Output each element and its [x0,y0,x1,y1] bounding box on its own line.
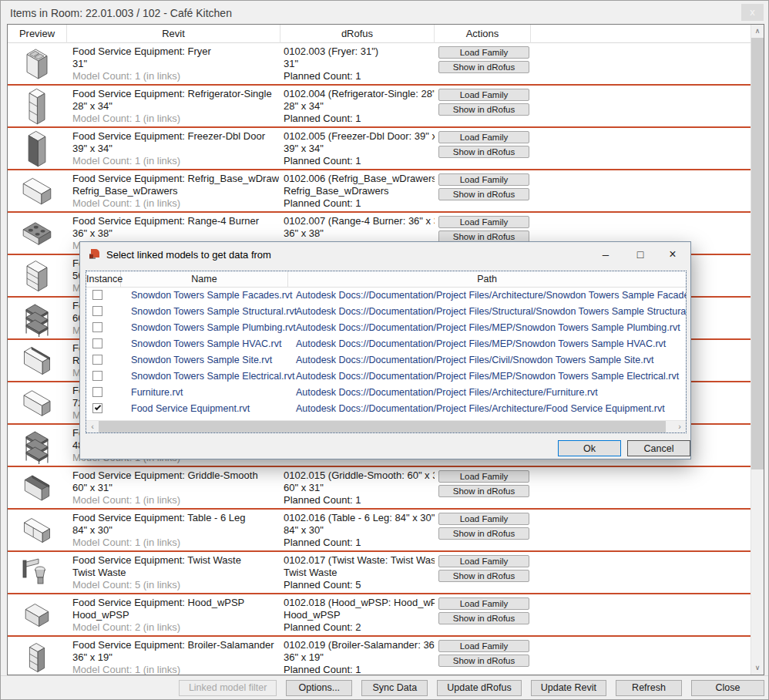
drawer-cabinet-preview [12,257,62,294]
model-name: Snowdon Towers Sample Site.rvt [131,355,272,365]
model-name: Snowdon Towers Sample HVAC.rvt [131,338,281,349]
load-family-button[interactable]: Load Family [438,131,529,143]
close-icon[interactable]: × [661,245,684,264]
show-in-drofus-button[interactable]: Show in dRofus [438,103,529,116]
instance-checkbox[interactable] [92,403,102,413]
load-family-button[interactable]: Load Family [438,513,529,525]
load-family-button[interactable]: Load Family [438,89,529,101]
cancel-button[interactable]: Cancel [627,440,690,456]
load-family-button[interactable]: Load Family [438,173,529,186]
drofus-planned-count: Planned Count: 1 [284,537,435,549]
drofus-cell: 0102.019 (Broiler-Salamander: 36" x 36" … [284,639,435,675]
sync-data-button[interactable]: Sync Data [361,680,428,696]
model-path: Autodesk Docs://Documentation/Project Fi… [296,322,680,333]
ok-button[interactable]: Ok [558,440,621,456]
options--button[interactable]: Options... [286,680,352,696]
show-in-drofus-button[interactable]: Show in dRofus [438,146,529,158]
revit-cell: Food Service Equipment: Griddle-Smooth 6… [72,469,279,506]
model-path: Autodesk Docs://Documentation/Project Fi… [296,371,679,382]
show-in-drofus-button[interactable]: Show in dRofus [438,655,529,667]
load-family-button[interactable]: Load Family [438,597,529,610]
actions-cell: Load Family Show in dRofus [438,89,529,118]
refresh-button[interactable]: Refresh [616,680,682,696]
drofus-cell: 0102.015 (Griddle-Smooth: 60" x 31 60" x… [284,469,435,506]
window-titlebar: Items in Room: 22.01.003 / 102 - Café Ki… [1,1,768,24]
linked-model-row: Snowdon Towers Sample Plumbing.rvt Autod… [86,320,686,336]
scrollbar-thumb[interactable] [751,38,764,469]
table-row: Food Service Equipment: Table - 6 Leg 84… [8,510,751,552]
drofus-item-size: 39" x 34" [284,143,435,155]
show-in-drofus-button[interactable]: Show in dRofus [438,485,529,497]
scroll-right-icon[interactable]: › [673,421,686,433]
column-header-actions: Actions [435,25,531,43]
checkmark-icon [95,404,101,410]
table-row: Food Service Equipment: Refrig_Base_wDra… [8,170,751,213]
drofus-item-id: 0102.017 (Twist Waste: Twist Waste) [284,554,435,567]
drofus-item-id: 0102.015 (Griddle-Smooth: 60" x 31 [284,469,435,482]
column-header-instance: Instance [86,271,121,288]
instance-checkbox[interactable] [92,338,102,348]
model-path: Autodesk Docs://Documentation/Project Fi… [296,338,666,349]
load-family-button[interactable]: Load Family [438,216,529,228]
broiler-preview [12,639,62,675]
instance-checkbox[interactable] [92,387,102,397]
update-revit-button[interactable]: Update Revit [531,680,606,696]
scroll-down-icon[interactable]: ∨ [751,661,764,675]
fryer-preview [12,45,62,82]
show-in-drofus-button[interactable]: Show in dRofus [438,527,529,540]
hood-preview [12,597,62,634]
revit-cell: Food Service Equipment: Refrigerator-Sin… [72,88,279,125]
horizontal-scrollbar[interactable]: ‹ › [86,420,686,432]
model-name: Food Service Equipment.rvt [131,403,250,414]
minimize-icon[interactable]: – [594,245,617,264]
griddle-preview [12,469,62,506]
instance-checkbox[interactable] [92,322,102,332]
drofus-item-size: 84" x 30" [284,524,435,537]
revit-item-size: 84" x 30" [72,524,279,537]
table-row: Food Service Equipment: Broiler-Salamand… [8,637,751,675]
instance-checkbox[interactable] [92,306,102,316]
load-family-button[interactable]: Load Family [438,46,529,59]
drofus-item-id: 0102.019 (Broiler-Salamander: 36" x [284,639,435,651]
load-family-button[interactable]: Load Family [438,470,529,483]
shelving-preview [12,427,62,464]
actions-cell: Load Family Show in dRofus [438,555,529,584]
revit-item-name: Food Service Equipment: Table - 6 Leg [72,512,279,524]
instance-checkbox[interactable] [92,290,102,300]
close-icon[interactable]: x [741,4,764,21]
drofus-planned-count: Planned Count: 1 [284,113,435,125]
vertical-scrollbar[interactable]: ∧ ∨ [751,25,764,675]
load-family-button[interactable]: Load Family [438,640,529,652]
table-preview [12,385,62,422]
scroll-up-icon[interactable]: ∧ [751,25,764,38]
model-path: Autodesk Docs://Documentation/Project Fi… [296,387,598,398]
revit-item-size: 31" [72,58,279,70]
instance-checkbox[interactable] [92,355,102,365]
update-drofus-button[interactable]: Update dRofus [437,680,521,696]
table-row: Food Service Equipment: Twist Waste Twis… [8,552,751,594]
actions-cell: Load Family Show in dRofus [438,46,529,76]
close-button[interactable]: Close [691,680,764,696]
table-row: Food Service Equipment: Hood_wPSP Hood_w… [8,594,751,637]
show-in-drofus-button[interactable]: Show in dRofus [438,188,529,200]
revit-item-name: Food Service Equipment: Refrigerator-Sin… [72,88,279,100]
column-header-drofus: dRofus [280,25,435,43]
revit-app-icon [88,248,100,261]
show-in-drofus-button[interactable]: Show in dRofus [438,612,529,624]
instance-checkbox[interactable] [92,371,102,381]
table-row: Food Service Equipment: Griddle-Smooth 6… [8,467,751,510]
model-name: Furniture.rvt [131,387,183,398]
show-in-drofus-button[interactable]: Show in dRofus [438,61,529,73]
drofus-cell: 0102.018 (Hood_wPSP: Hood_wPSP) Hood_wPS… [284,597,435,634]
model-path: Autodesk Docs://Documentation/Project Fi… [296,290,686,301]
load-family-button[interactable]: Load Family [438,555,529,567]
drofus-cell: 0102.004 (Refrigerator-Single: 28" x 28"… [284,88,435,125]
revit-item-name: Food Service Equipment: Range-4 Burner [72,215,279,227]
show-in-drofus-button[interactable]: Show in dRofus [438,570,529,582]
scrollbar-thumb[interactable] [99,421,666,432]
maximize-icon[interactable]: □ [629,245,652,264]
scroll-left-icon[interactable]: ‹ [86,421,99,433]
actions-cell: Load Family Show in dRofus [438,597,529,627]
actions-cell: Load Family Show in dRofus [438,640,529,669]
revit-item-size: 36" x 38" [72,227,279,240]
